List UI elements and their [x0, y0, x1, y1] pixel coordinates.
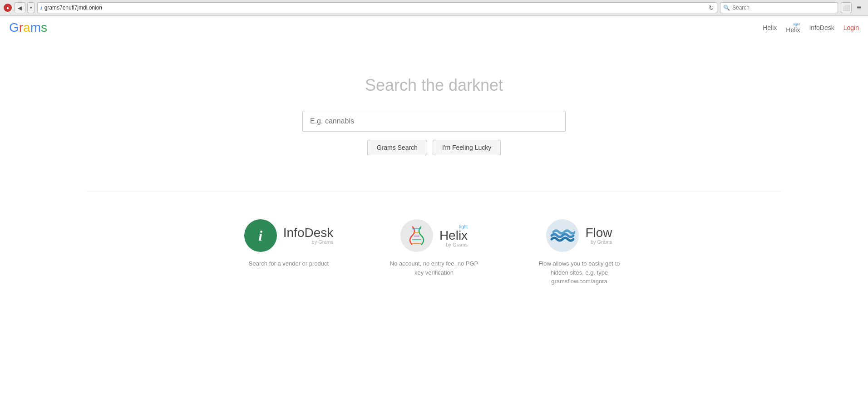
helix-name-container: light Helix by Grams [439, 224, 468, 247]
main-search-section: Search the darknet Grams Search I'm Feel… [0, 39, 868, 182]
browser-nav-buttons: ◀ ▾ [15, 2, 35, 13]
infodesk-logo-row: i InfoDesk by Grams [244, 219, 334, 252]
infodesk-icon-letter: i [258, 227, 262, 244]
browser-favicon: ● [4, 4, 12, 12]
divider [87, 192, 781, 192]
grams-search-button[interactable]: Grams Search [367, 140, 427, 155]
main-search-input[interactable] [302, 111, 566, 132]
browser-search-icon: 🔍 [723, 5, 730, 11]
nav-links: Helix light Helix InfoDesk Login [763, 23, 859, 33]
address-bar[interactable]: i grams7enufi7jmdl.onion ↻ [37, 2, 717, 13]
flow-name: Flow [585, 227, 612, 239]
flow-icon [546, 219, 579, 252]
helix-card[interactable]: light Helix by Grams No account, no entr… [389, 219, 479, 286]
back-button[interactable]: ◀ [15, 2, 25, 13]
nav-helix-light-container[interactable]: light Helix [786, 23, 800, 33]
search-buttons: Grams Search I'm Feeling Lucky [367, 140, 501, 155]
browser-toolbar: ● ◀ ▾ i grams7enufi7jmdl.onion ↻ 🔍 ⬜ ≡ [0, 0, 868, 15]
history-dropdown-button[interactable]: ▾ [27, 2, 35, 13]
page-info-icon[interactable]: i [40, 5, 42, 11]
top-navbar: Grams Helix light Helix InfoDesk Login [0, 16, 868, 39]
browser-menu-button[interactable]: ≡ [853, 2, 864, 13]
logo-letter-r: r [19, 20, 23, 34]
logo-letter-s: s [41, 20, 47, 34]
infodesk-name: InfoDesk [283, 227, 334, 239]
flow-logo-row: Flow by Grams [546, 219, 612, 252]
helix-name: Helix [439, 229, 468, 242]
helix-icon [400, 219, 433, 252]
logo-letter-a: a [23, 20, 30, 34]
nav-login-link[interactable]: Login [843, 24, 859, 31]
helix-by: by Grams [446, 242, 468, 247]
feeling-lucky-button[interactable]: I'm Feeling Lucky [433, 140, 501, 155]
logo-letter-m: m [30, 20, 41, 34]
url-text: grams7enufi7jmdl.onion [44, 5, 706, 11]
helix-svg [405, 224, 428, 247]
flow-card[interactable]: Flow by Grams Flow allows you to easily … [534, 219, 625, 286]
browser-search-bar[interactable]: 🔍 [720, 2, 838, 13]
browser-chrome: ● ◀ ▾ i grams7enufi7jmdl.onion ↻ 🔍 ⬜ ≡ [0, 0, 868, 16]
nav-helix-link[interactable]: Helix [763, 24, 777, 31]
infodesk-description: Search for a vendor or product [249, 259, 329, 268]
services-section: i InfoDesk by Grams Search for a vendor … [0, 201, 868, 313]
helix-description: No account, no entry fee, no PGP key ver… [389, 259, 479, 277]
helix-light-super-label: light [794, 23, 800, 26]
tagline: Search the darknet [365, 76, 503, 95]
new-tab-button[interactable]: ⬜ [841, 2, 852, 13]
flow-description: Flow allows you to easily get to hidden … [534, 259, 625, 286]
browser-search-input[interactable] [732, 5, 835, 11]
page-content: Grams Helix light Helix InfoDesk Login S… [0, 16, 868, 409]
flow-name-block: Flow by Grams [585, 227, 612, 245]
logo-letter-g: G [9, 20, 19, 34]
nav-helix-light-link[interactable]: Helix [786, 27, 800, 33]
infodesk-icon: i [244, 219, 277, 252]
helix-logo-row: light Helix by Grams [400, 219, 468, 252]
infodesk-card[interactable]: i InfoDesk by Grams Search for a vendor … [243, 219, 334, 286]
infodesk-name-block: InfoDesk by Grams [283, 227, 334, 245]
flow-by: by Grams [591, 239, 612, 245]
browser-actions: ⬜ ≡ [841, 2, 864, 13]
flow-svg [550, 223, 575, 248]
reload-button[interactable]: ↻ [709, 4, 714, 11]
logo[interactable]: Grams [9, 20, 47, 35]
nav-infodesk-link[interactable]: InfoDesk [809, 24, 834, 31]
infodesk-by: by Grams [312, 239, 334, 245]
